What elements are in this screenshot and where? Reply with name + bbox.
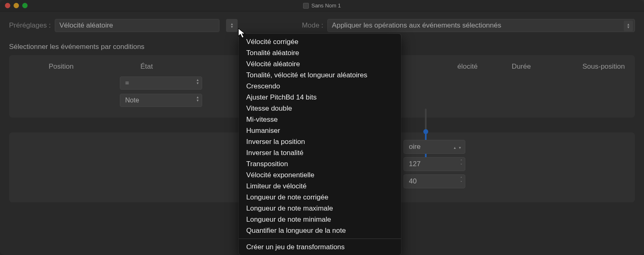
velocity-max-field[interactable]: 127 ˄ ˅ — [404, 157, 465, 171]
popup-item[interactable]: Longueur de note corrigée — [239, 192, 401, 203]
presets-label: Préréglages : — [9, 21, 51, 30]
mode-select[interactable]: Appliquer les opérations aux événements … — [327, 19, 635, 32]
document-icon — [303, 3, 309, 9]
popup-item[interactable]: Vélocité aléatoire — [239, 58, 401, 70]
stepper-icon: ▲ ▼ — [196, 79, 199, 85]
etat-operator-select[interactable]: = ▲ ▼ — [120, 76, 202, 90]
popup-item[interactable]: Tonalité aléatoire — [239, 47, 401, 58]
stepper-icon: ▲ ▼ — [453, 143, 462, 151]
popup-separator — [239, 239, 401, 239]
spinner-icon: ˄ ˅ — [460, 159, 462, 167]
presets-stepper[interactable]: ▲ ▼ — [226, 19, 238, 32]
col-velocity-partial: élocité — [400, 63, 480, 71]
velocity-max-value: 127 — [409, 160, 420, 168]
popup-item[interactable]: Longueur de note minimale — [239, 214, 401, 225]
slider-thumb[interactable] — [423, 129, 428, 134]
popup-item[interactable]: Vélocité exponentielle — [239, 169, 401, 181]
popup-item[interactable]: Mi-vitesse — [239, 114, 401, 125]
minimize-window-button[interactable] — [14, 3, 19, 8]
mode-select-value: Appliquer les opérations aux événements … — [332, 21, 501, 30]
chevron-down-icon: ▼ — [196, 82, 199, 85]
popup-item[interactable]: Inverser la tonalité — [239, 147, 401, 158]
velocity-min-value: 40 — [409, 177, 417, 185]
popup-item[interactable]: Vélocité corrigée — [239, 36, 401, 47]
popup-item[interactable]: Transposition — [239, 158, 401, 169]
maximize-window-button[interactable] — [22, 3, 28, 8]
chevron-down-icon: ˅ — [460, 181, 462, 185]
chevron-down-icon: ▼ — [458, 146, 462, 150]
chevron-up-icon: ▲ — [196, 96, 199, 99]
presets-select-value: Vélocité aléatoire — [59, 21, 113, 30]
popup-item-create-transform-set[interactable]: Créer un jeu de transformations — [239, 241, 401, 253]
col-position: Position — [19, 63, 103, 71]
top-row: Préréglages : Vélocité aléatoire ▲ ▼ Mod… — [9, 19, 635, 32]
presets-select[interactable]: Vélocité aléatoire — [55, 19, 219, 32]
stepper-icon: ▲ ▼ — [196, 96, 199, 102]
popup-item[interactable]: Crescendo — [239, 81, 401, 92]
popup-item[interactable]: Humaniser — [239, 125, 401, 136]
presets-popup[interactable]: Vélocité corrigéeTonalité aléatoireVéloc… — [239, 34, 401, 255]
popup-item[interactable]: Ajuster PitchBd 14 bits — [239, 92, 401, 103]
col-sousposition: Sous-position — [562, 63, 644, 71]
chevron-up-icon: ˄ — [460, 176, 462, 181]
close-window-button[interactable] — [5, 3, 10, 8]
etat-value-select[interactable]: Note ▲ ▼ — [120, 94, 202, 107]
etat-value: Note — [125, 97, 139, 104]
velocity-mode-value: oire — [409, 143, 420, 151]
chevron-down-icon: ˅ — [460, 163, 462, 167]
etat-operator-value: = — [125, 79, 129, 87]
chevron-up-icon: ▲ — [196, 79, 199, 81]
mode-label: Mode : — [302, 21, 323, 30]
window-title: Sans Nom 1 — [311, 2, 341, 9]
velocity-min-field[interactable]: 40 ˄ ˅ — [404, 174, 465, 188]
velocity-value-stack: oire ▲ ▼ 127 ˄ ˅ 40 ˄ — [404, 140, 465, 188]
spinner-icon: ˄ ˅ — [460, 176, 462, 185]
popup-item[interactable]: Limiteur de vélocité — [239, 181, 401, 192]
chevron-up-icon: ˄ — [460, 159, 462, 163]
col-duree: Durée — [480, 63, 562, 71]
title-wrap: Sans Nom 1 — [303, 2, 341, 9]
popup-item[interactable]: Longueur de note maximale — [239, 203, 401, 214]
chevron-down-icon: ▼ — [627, 26, 630, 29]
chevron-down-icon: ▼ — [196, 99, 199, 102]
chevron-down-icon: ▼ — [230, 26, 233, 28]
titlebar: Sans Nom 1 — [0, 0, 644, 12]
popup-item[interactable]: Tonalité, vélocité et longueur aléatoire… — [239, 70, 401, 81]
velocity-mode-select[interactable]: oire ▲ ▼ — [404, 140, 465, 154]
chevron-up-icon: ▲ — [453, 146, 456, 150]
popup-item[interactable]: Inverser la position — [239, 136, 401, 147]
mode-stepper[interactable]: ▲ ▼ — [624, 21, 633, 31]
col-etat: État — [103, 63, 190, 71]
popup-item[interactable]: Quantifier la longueur de la note — [239, 225, 401, 236]
popup-item[interactable]: Vitesse double — [239, 103, 401, 114]
traffic-lights — [5, 3, 28, 8]
